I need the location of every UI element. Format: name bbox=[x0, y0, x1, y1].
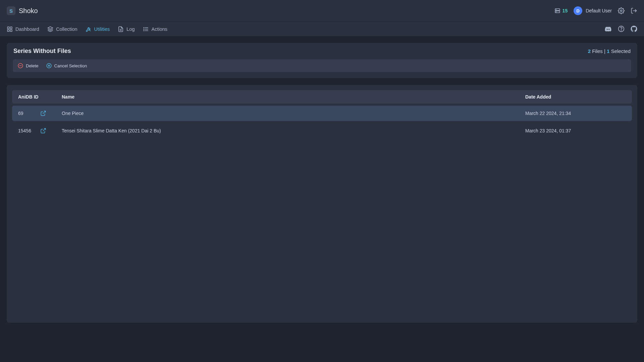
col-date-added: Date Added bbox=[525, 94, 626, 100]
nav-label: Log bbox=[126, 26, 135, 32]
avatar: D bbox=[574, 6, 582, 15]
table-header: AniDB ID Name Date Added bbox=[12, 90, 632, 104]
svg-point-19 bbox=[144, 30, 144, 31]
series-table: AniDB ID Name Date Added 69One PieceMarc… bbox=[7, 85, 637, 323]
layers-icon bbox=[47, 26, 53, 32]
delete-icon bbox=[17, 63, 23, 69]
brand[interactable]: S Shoko bbox=[7, 6, 38, 15]
nav-bar: Dashboard Collection Utilities Log bbox=[0, 21, 644, 36]
svg-rect-8 bbox=[10, 29, 12, 31]
page-header-panel: Series Without Files 2 Files | 1 Selecte… bbox=[7, 43, 637, 78]
header-right: 15 D Default User bbox=[554, 6, 637, 15]
settings-button[interactable] bbox=[618, 7, 625, 14]
tools-icon bbox=[86, 26, 92, 32]
help-link[interactable] bbox=[618, 25, 625, 33]
svg-marker-10 bbox=[48, 26, 53, 29]
row-anidb-id: 69 bbox=[18, 111, 32, 116]
row-name: One Piece bbox=[62, 111, 525, 116]
status-separator: | bbox=[604, 48, 607, 54]
svg-line-28 bbox=[43, 128, 46, 131]
page-title: Series Without Files bbox=[13, 48, 71, 55]
svg-point-18 bbox=[144, 29, 144, 29]
selected-count: 1 bbox=[607, 48, 609, 54]
row-anidb-id: 15456 bbox=[18, 128, 32, 133]
files-count: 2 bbox=[588, 48, 591, 54]
nav-log[interactable]: Log bbox=[118, 26, 135, 32]
queue-count: 15 bbox=[562, 8, 568, 13]
nav-collection[interactable]: Collection bbox=[47, 26, 77, 32]
svg-point-17 bbox=[144, 27, 144, 28]
svg-line-27 bbox=[43, 111, 46, 114]
svg-rect-9 bbox=[7, 29, 9, 31]
app-header: S Shoko 15 D Default User bbox=[0, 0, 644, 21]
nav-label: Utilities bbox=[94, 26, 110, 32]
row-name: Tensei Shitara Slime Datta Ken (2021 Dai… bbox=[62, 128, 525, 133]
row-date-added: March 23 2024, 01:37 bbox=[525, 128, 626, 133]
help-icon bbox=[618, 25, 625, 33]
list-icon bbox=[143, 26, 149, 32]
cancel-label: Cancel Selection bbox=[54, 63, 87, 68]
logout-icon bbox=[631, 7, 637, 14]
files-label: Files bbox=[592, 48, 603, 54]
nav-utilities[interactable]: Utilities bbox=[86, 26, 110, 32]
svg-rect-6 bbox=[7, 27, 9, 28]
user-block[interactable]: D Default User bbox=[574, 6, 612, 15]
action-toolbar: Delete Cancel Selection bbox=[13, 59, 631, 72]
discord-icon bbox=[604, 25, 612, 33]
row-date-added: March 22 2024, 21:34 bbox=[525, 111, 626, 116]
gear-icon bbox=[618, 7, 625, 14]
cancel-selection-button[interactable]: Cancel Selection bbox=[46, 63, 87, 69]
open-external-link[interactable] bbox=[40, 128, 46, 134]
nav-label: Collection bbox=[56, 26, 77, 32]
queue-icon bbox=[554, 8, 560, 14]
svg-point-4 bbox=[621, 10, 622, 12]
user-name: Default User bbox=[586, 8, 612, 13]
svg-point-2 bbox=[556, 9, 556, 10]
table-row[interactable]: 69One PieceMarch 22 2024, 21:34 bbox=[12, 106, 632, 121]
table-row[interactable]: 15456Tensei Shitara Slime Datta Ken (202… bbox=[12, 123, 632, 138]
queue-indicator[interactable]: 15 bbox=[554, 8, 568, 14]
brand-name: Shoko bbox=[19, 7, 38, 15]
selected-label: Selected bbox=[611, 48, 631, 54]
col-anidb-id: AniDB ID bbox=[18, 94, 62, 100]
github-icon bbox=[631, 25, 637, 33]
brand-mark: S bbox=[7, 6, 15, 15]
log-icon bbox=[118, 26, 124, 32]
main-content: Series Without Files 2 Files | 1 Selecte… bbox=[0, 36, 644, 329]
delete-button[interactable]: Delete bbox=[17, 63, 39, 69]
nav-dashboard[interactable]: Dashboard bbox=[7, 26, 39, 32]
github-link[interactable] bbox=[631, 25, 637, 33]
nav-label: Actions bbox=[152, 26, 168, 32]
svg-point-21 bbox=[621, 30, 622, 30]
nav-actions[interactable]: Actions bbox=[143, 26, 168, 32]
col-name: Name bbox=[62, 94, 525, 100]
delete-label: Delete bbox=[26, 63, 39, 68]
external-link-icon bbox=[40, 110, 46, 116]
selection-status: 2 Files | 1 Selected bbox=[588, 48, 631, 54]
dashboard-icon bbox=[7, 26, 13, 32]
nav-label: Dashboard bbox=[15, 26, 39, 32]
svg-rect-7 bbox=[10, 27, 12, 28]
cancel-icon bbox=[46, 63, 52, 69]
external-link-icon bbox=[40, 128, 46, 134]
discord-link[interactable] bbox=[604, 25, 612, 33]
logout-button[interactable] bbox=[631, 7, 637, 14]
svg-point-3 bbox=[556, 12, 556, 12]
open-external-link[interactable] bbox=[40, 110, 46, 116]
